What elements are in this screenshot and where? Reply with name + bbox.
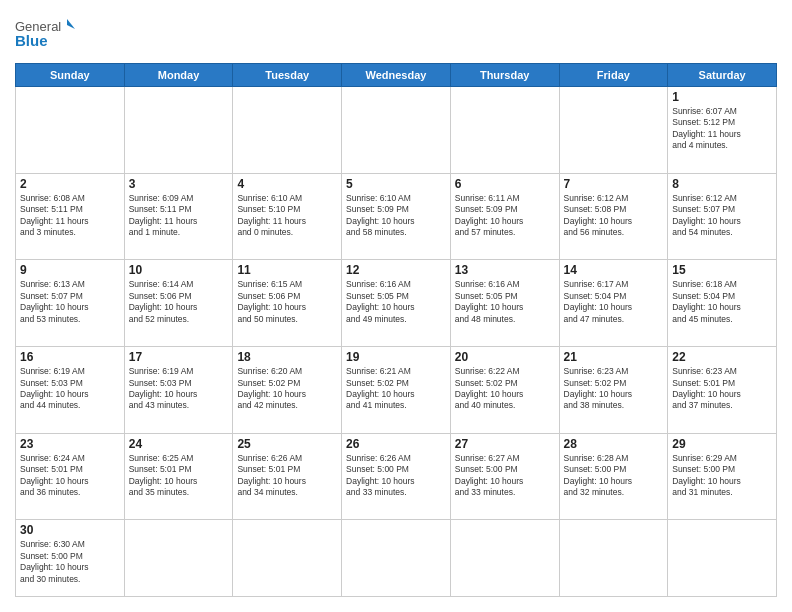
calendar-day-cell: 7Sunrise: 6:12 AM Sunset: 5:08 PM Daylig… bbox=[559, 173, 668, 260]
calendar-day-cell bbox=[450, 87, 559, 174]
day-number: 26 bbox=[346, 437, 446, 451]
calendar-day-cell: 15Sunrise: 6:18 AM Sunset: 5:04 PM Dayli… bbox=[668, 260, 777, 347]
logo-svg: General Blue bbox=[15, 15, 75, 53]
day-number: 9 bbox=[20, 263, 120, 277]
calendar-day-header: Sunday bbox=[16, 64, 125, 87]
calendar-day-header: Wednesday bbox=[342, 64, 451, 87]
day-info: Sunrise: 6:25 AM Sunset: 5:01 PM Dayligh… bbox=[129, 453, 229, 499]
day-info: Sunrise: 6:18 AM Sunset: 5:04 PM Dayligh… bbox=[672, 279, 772, 325]
day-number: 21 bbox=[564, 350, 664, 364]
day-info: Sunrise: 6:24 AM Sunset: 5:01 PM Dayligh… bbox=[20, 453, 120, 499]
day-info: Sunrise: 6:22 AM Sunset: 5:02 PM Dayligh… bbox=[455, 366, 555, 412]
calendar-day-cell: 18Sunrise: 6:20 AM Sunset: 5:02 PM Dayli… bbox=[233, 347, 342, 434]
day-number: 20 bbox=[455, 350, 555, 364]
calendar-day-cell: 20Sunrise: 6:22 AM Sunset: 5:02 PM Dayli… bbox=[450, 347, 559, 434]
day-info: Sunrise: 6:07 AM Sunset: 5:12 PM Dayligh… bbox=[672, 106, 772, 152]
day-number: 11 bbox=[237, 263, 337, 277]
day-info: Sunrise: 6:23 AM Sunset: 5:02 PM Dayligh… bbox=[564, 366, 664, 412]
calendar-day-cell: 27Sunrise: 6:27 AM Sunset: 5:00 PM Dayli… bbox=[450, 433, 559, 520]
calendar-day-cell: 30Sunrise: 6:30 AM Sunset: 5:00 PM Dayli… bbox=[16, 520, 125, 597]
day-info: Sunrise: 6:17 AM Sunset: 5:04 PM Dayligh… bbox=[564, 279, 664, 325]
calendar-week-row: 1Sunrise: 6:07 AM Sunset: 5:12 PM Daylig… bbox=[16, 87, 777, 174]
calendar-week-row: 2Sunrise: 6:08 AM Sunset: 5:11 PM Daylig… bbox=[16, 173, 777, 260]
day-info: Sunrise: 6:26 AM Sunset: 5:01 PM Dayligh… bbox=[237, 453, 337, 499]
svg-marker-2 bbox=[67, 19, 75, 29]
calendar-day-cell bbox=[342, 87, 451, 174]
calendar-day-cell: 25Sunrise: 6:26 AM Sunset: 5:01 PM Dayli… bbox=[233, 433, 342, 520]
day-info: Sunrise: 6:16 AM Sunset: 5:05 PM Dayligh… bbox=[455, 279, 555, 325]
day-number: 24 bbox=[129, 437, 229, 451]
calendar-day-cell: 11Sunrise: 6:15 AM Sunset: 5:06 PM Dayli… bbox=[233, 260, 342, 347]
day-info: Sunrise: 6:26 AM Sunset: 5:00 PM Dayligh… bbox=[346, 453, 446, 499]
day-number: 1 bbox=[672, 90, 772, 104]
day-number: 30 bbox=[20, 523, 120, 537]
calendar-week-row: 30Sunrise: 6:30 AM Sunset: 5:00 PM Dayli… bbox=[16, 520, 777, 597]
day-info: Sunrise: 6:13 AM Sunset: 5:07 PM Dayligh… bbox=[20, 279, 120, 325]
calendar-day-cell bbox=[233, 87, 342, 174]
calendar-day-cell: 6Sunrise: 6:11 AM Sunset: 5:09 PM Daylig… bbox=[450, 173, 559, 260]
page: General Blue SundayMondayTuesdayWednesda… bbox=[0, 0, 792, 612]
header: General Blue bbox=[15, 15, 777, 53]
calendar-day-header: Friday bbox=[559, 64, 668, 87]
day-number: 19 bbox=[346, 350, 446, 364]
day-info: Sunrise: 6:28 AM Sunset: 5:00 PM Dayligh… bbox=[564, 453, 664, 499]
calendar-table: SundayMondayTuesdayWednesdayThursdayFrid… bbox=[15, 63, 777, 597]
day-info: Sunrise: 6:27 AM Sunset: 5:00 PM Dayligh… bbox=[455, 453, 555, 499]
calendar-day-cell: 14Sunrise: 6:17 AM Sunset: 5:04 PM Dayli… bbox=[559, 260, 668, 347]
calendar-day-header: Monday bbox=[124, 64, 233, 87]
day-info: Sunrise: 6:08 AM Sunset: 5:11 PM Dayligh… bbox=[20, 193, 120, 239]
calendar-day-cell: 29Sunrise: 6:29 AM Sunset: 5:00 PM Dayli… bbox=[668, 433, 777, 520]
day-number: 13 bbox=[455, 263, 555, 277]
svg-text:Blue: Blue bbox=[15, 32, 48, 49]
day-info: Sunrise: 6:21 AM Sunset: 5:02 PM Dayligh… bbox=[346, 366, 446, 412]
calendar-day-cell bbox=[124, 520, 233, 597]
calendar-week-row: 9Sunrise: 6:13 AM Sunset: 5:07 PM Daylig… bbox=[16, 260, 777, 347]
day-info: Sunrise: 6:11 AM Sunset: 5:09 PM Dayligh… bbox=[455, 193, 555, 239]
day-info: Sunrise: 6:10 AM Sunset: 5:09 PM Dayligh… bbox=[346, 193, 446, 239]
day-number: 27 bbox=[455, 437, 555, 451]
calendar-day-cell: 21Sunrise: 6:23 AM Sunset: 5:02 PM Dayli… bbox=[559, 347, 668, 434]
calendar-day-cell bbox=[124, 87, 233, 174]
calendar-day-cell: 3Sunrise: 6:09 AM Sunset: 5:11 PM Daylig… bbox=[124, 173, 233, 260]
day-info: Sunrise: 6:10 AM Sunset: 5:10 PM Dayligh… bbox=[237, 193, 337, 239]
calendar-week-row: 16Sunrise: 6:19 AM Sunset: 5:03 PM Dayli… bbox=[16, 347, 777, 434]
calendar-week-row: 23Sunrise: 6:24 AM Sunset: 5:01 PM Dayli… bbox=[16, 433, 777, 520]
day-info: Sunrise: 6:14 AM Sunset: 5:06 PM Dayligh… bbox=[129, 279, 229, 325]
calendar-day-cell: 24Sunrise: 6:25 AM Sunset: 5:01 PM Dayli… bbox=[124, 433, 233, 520]
day-number: 28 bbox=[564, 437, 664, 451]
day-info: Sunrise: 6:20 AM Sunset: 5:02 PM Dayligh… bbox=[237, 366, 337, 412]
day-number: 3 bbox=[129, 177, 229, 191]
calendar-day-cell: 19Sunrise: 6:21 AM Sunset: 5:02 PM Dayli… bbox=[342, 347, 451, 434]
calendar-day-header: Thursday bbox=[450, 64, 559, 87]
day-number: 18 bbox=[237, 350, 337, 364]
day-info: Sunrise: 6:12 AM Sunset: 5:08 PM Dayligh… bbox=[564, 193, 664, 239]
calendar-day-cell: 13Sunrise: 6:16 AM Sunset: 5:05 PM Dayli… bbox=[450, 260, 559, 347]
calendar-day-cell bbox=[450, 520, 559, 597]
calendar-day-cell bbox=[342, 520, 451, 597]
calendar-day-cell: 1Sunrise: 6:07 AM Sunset: 5:12 PM Daylig… bbox=[668, 87, 777, 174]
calendar-day-cell: 17Sunrise: 6:19 AM Sunset: 5:03 PM Dayli… bbox=[124, 347, 233, 434]
calendar-day-cell: 2Sunrise: 6:08 AM Sunset: 5:11 PM Daylig… bbox=[16, 173, 125, 260]
day-info: Sunrise: 6:12 AM Sunset: 5:07 PM Dayligh… bbox=[672, 193, 772, 239]
calendar-day-header: Saturday bbox=[668, 64, 777, 87]
day-info: Sunrise: 6:16 AM Sunset: 5:05 PM Dayligh… bbox=[346, 279, 446, 325]
day-number: 4 bbox=[237, 177, 337, 191]
day-number: 15 bbox=[672, 263, 772, 277]
calendar-day-cell: 4Sunrise: 6:10 AM Sunset: 5:10 PM Daylig… bbox=[233, 173, 342, 260]
calendar-day-cell: 23Sunrise: 6:24 AM Sunset: 5:01 PM Dayli… bbox=[16, 433, 125, 520]
day-info: Sunrise: 6:19 AM Sunset: 5:03 PM Dayligh… bbox=[20, 366, 120, 412]
day-number: 14 bbox=[564, 263, 664, 277]
day-number: 6 bbox=[455, 177, 555, 191]
calendar-day-cell: 10Sunrise: 6:14 AM Sunset: 5:06 PM Dayli… bbox=[124, 260, 233, 347]
calendar-day-cell: 9Sunrise: 6:13 AM Sunset: 5:07 PM Daylig… bbox=[16, 260, 125, 347]
calendar-day-header: Tuesday bbox=[233, 64, 342, 87]
calendar-day-cell bbox=[668, 520, 777, 597]
calendar-day-cell bbox=[16, 87, 125, 174]
calendar-header-row: SundayMondayTuesdayWednesdayThursdayFrid… bbox=[16, 64, 777, 87]
calendar-day-cell: 12Sunrise: 6:16 AM Sunset: 5:05 PM Dayli… bbox=[342, 260, 451, 347]
day-number: 22 bbox=[672, 350, 772, 364]
day-number: 2 bbox=[20, 177, 120, 191]
calendar-day-cell: 28Sunrise: 6:28 AM Sunset: 5:00 PM Dayli… bbox=[559, 433, 668, 520]
day-number: 8 bbox=[672, 177, 772, 191]
day-info: Sunrise: 6:15 AM Sunset: 5:06 PM Dayligh… bbox=[237, 279, 337, 325]
